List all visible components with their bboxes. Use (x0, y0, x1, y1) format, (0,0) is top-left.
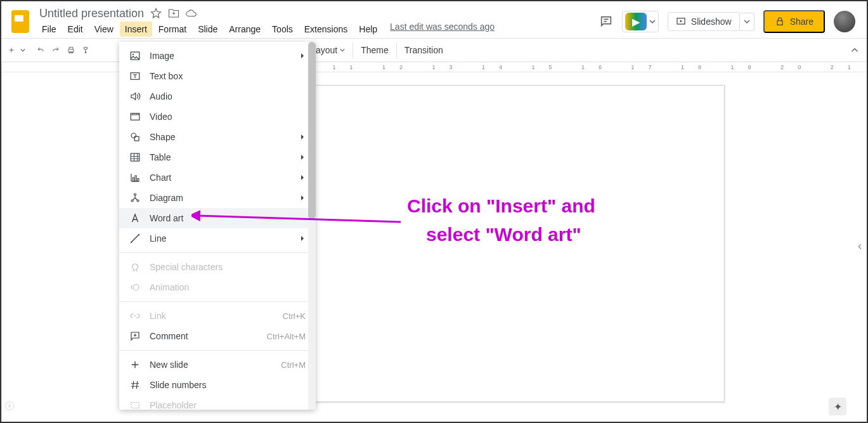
menu-separator (119, 301, 316, 302)
move-icon[interactable] (168, 8, 179, 19)
meet-icon: ▶ (625, 13, 647, 30)
menu-edit[interactable]: Edit (63, 22, 88, 37)
menu-file[interactable]: File (37, 22, 62, 37)
audio-icon (129, 91, 141, 102)
svg-point-6 (131, 133, 136, 138)
svg-rect-1 (777, 21, 782, 25)
placeholder-icon (129, 400, 141, 410)
explore-button[interactable]: ✦ (829, 398, 846, 415)
expand-filmstrip-icon[interactable] (5, 401, 14, 410)
chart-icon (129, 172, 141, 183)
menu-item-video[interactable]: Video (119, 107, 316, 127)
submenu-arrow-icon (299, 53, 306, 59)
submenu-arrow-icon (299, 134, 306, 140)
svg-point-15 (131, 242, 132, 243)
slideshow-dropdown[interactable] (740, 13, 755, 31)
svg-line-19 (197, 216, 401, 222)
lock-icon (775, 16, 785, 27)
cloud-saved-icon[interactable] (186, 8, 197, 19)
submenu-arrow-icon (299, 195, 306, 201)
expand-panel-icon[interactable] (855, 242, 864, 251)
transition-button[interactable]: Transition (396, 42, 451, 58)
menu-label: Table (150, 152, 171, 162)
doc-area: Untitled presentation File Edit View Ins… (37, 7, 599, 37)
table-icon (129, 152, 141, 163)
menu-item-image[interactable]: Image (119, 46, 316, 66)
menu-item-special-characters: Special characters (119, 257, 316, 277)
animation-icon (129, 282, 141, 293)
chevron-down-icon[interactable] (20, 48, 25, 53)
share-button[interactable]: Share (763, 10, 825, 33)
menu-help[interactable]: Help (354, 22, 382, 37)
meet-button[interactable]: ▶ (622, 11, 659, 32)
menu-item-shape[interactable]: Shape (119, 127, 316, 147)
menu-item-table[interactable]: Table (119, 147, 316, 167)
menu-label: New slide (150, 360, 188, 370)
paint-format-icon[interactable] (80, 44, 93, 56)
last-edit-link[interactable]: Last edit was seconds ago (390, 22, 495, 37)
menu-label: Word art (150, 213, 183, 223)
doc-title[interactable]: Untitled presentation (39, 7, 144, 20)
menu-item-slide-numbers[interactable]: Slide numbers (119, 375, 316, 395)
submenu-arrow-icon (299, 174, 306, 181)
menu-item-new-slide[interactable]: New slideCtrl+M (119, 355, 316, 375)
redo-icon[interactable] (49, 44, 62, 56)
slideshow-button[interactable]: Slideshow (668, 12, 740, 31)
menu-label: Video (150, 112, 172, 122)
annotation-line-2: select "Word art" (407, 220, 595, 249)
menu-format[interactable]: Format (153, 22, 191, 37)
menu-item-link: LinkCtrl+K (119, 306, 316, 326)
menu-tools[interactable]: Tools (267, 22, 298, 37)
menu-arrange[interactable]: Arrange (224, 22, 266, 37)
annotation-text: Click on "Insert" and select "Word art" (407, 192, 595, 249)
shape-icon (129, 131, 141, 143)
image-icon (129, 50, 141, 62)
svg-rect-10 (135, 176, 136, 181)
shortcut-label: Ctrl+Alt+M (267, 332, 306, 341)
menu-slide[interactable]: Slide (193, 22, 223, 37)
svg-rect-8 (131, 153, 139, 161)
menubar: File Edit View Insert Format Slide Arran… (37, 20, 599, 37)
header-actions: ▶ Slideshow Share (599, 10, 855, 33)
menu-separator (119, 252, 316, 253)
menu-label: Chart (150, 172, 171, 183)
collapse-toolbar-icon[interactable] (849, 44, 860, 56)
menu-item-comment[interactable]: CommentCtrl+Alt+M (119, 326, 316, 346)
svg-point-3 (133, 54, 134, 55)
svg-rect-9 (133, 178, 134, 181)
menu-item-chart[interactable]: Chart (119, 167, 316, 188)
textbox-icon (129, 70, 141, 82)
menu-item-audio[interactable]: Audio (119, 86, 316, 107)
theme-button[interactable]: Theme (353, 42, 396, 58)
star-icon[interactable] (150, 8, 162, 19)
comments-history-icon[interactable] (599, 15, 613, 29)
menu-label: Image (150, 51, 174, 61)
menu-label: Comment (150, 331, 188, 341)
menu-view[interactable]: View (89, 22, 119, 37)
menu-label: Diagram (150, 193, 183, 203)
scrollbar-thumb[interactable] (308, 42, 316, 219)
print-icon[interactable] (65, 44, 77, 56)
chevron-down-icon (744, 18, 750, 25)
menu-label: Shape (150, 132, 175, 142)
annotation-line-1: Click on "Insert" and (407, 192, 595, 220)
menu-label: Slide numbers (150, 380, 207, 390)
svg-point-12 (134, 193, 136, 195)
new-slide-icon[interactable] (5, 44, 18, 56)
hash-icon (129, 379, 141, 391)
menu-insert[interactable]: Insert (120, 22, 152, 37)
wordart-icon (129, 212, 141, 224)
comment-icon (129, 330, 141, 342)
account-avatar[interactable] (834, 11, 855, 32)
menu-item-placeholder: Placeholder (119, 395, 316, 410)
menu-label: Link (150, 311, 166, 321)
menu-label: Audio (150, 91, 172, 101)
svg-rect-11 (138, 179, 139, 182)
menu-item-textbox[interactable]: Text box (119, 66, 316, 86)
present-icon (676, 16, 686, 27)
menu-extensions[interactable]: Extensions (299, 22, 353, 37)
undo-icon[interactable] (34, 44, 47, 56)
menu-label: Line (150, 233, 166, 244)
slides-logo[interactable] (8, 9, 33, 34)
menu-item-diagram[interactable]: Diagram (119, 188, 316, 208)
